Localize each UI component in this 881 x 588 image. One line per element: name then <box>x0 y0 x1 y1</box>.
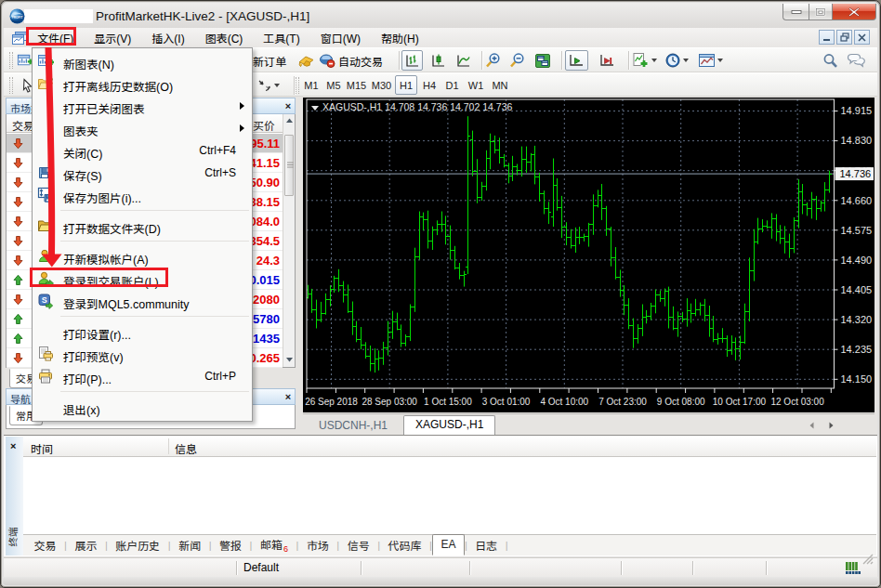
file-menu-item-close-chart[interactable]: 关闭(C)Ctrl+F4 <box>33 139 251 162</box>
bid-price: 5780 <box>253 312 280 326</box>
tile-windows-button[interactable] <box>532 50 554 71</box>
file-menu-item-print[interactable]: 打印(P)...Ctrl+P <box>33 365 251 387</box>
menubar-item-7[interactable]: 帮助(H) <box>371 26 429 49</box>
file-menu-item-open-offline-history[interactable]: 打开离线历史数据(O) <box>33 72 251 95</box>
timeframe-MN[interactable]: MN <box>489 75 511 95</box>
arrows-tool-button[interactable] <box>254 75 285 96</box>
terminal-column-time[interactable]: 时间 <box>31 440 53 456</box>
timeframe-H1[interactable]: H1 <box>395 75 417 95</box>
column-bid[interactable]: 买价 <box>253 117 275 133</box>
terminal-tab-10[interactable]: EA <box>432 534 465 555</box>
file-menu-item-save-as-picture[interactable]: 保存为图片(i)... <box>33 184 251 206</box>
submenu-arrow-icon <box>240 124 244 132</box>
chart-tab-bar: USDCNH-,H1 XAGUSD-,H1 <box>303 413 874 434</box>
tab-scroll-right-icon[interactable] <box>828 422 835 429</box>
timeframe-M30[interactable]: M30 <box>370 75 393 95</box>
menubar-item-2[interactable]: 显示(V) <box>84 26 141 49</box>
file-menu-item-save[interactable]: 保存(S)Ctrl+S <box>33 162 251 184</box>
market-watch-scrollbar[interactable] <box>283 114 295 367</box>
terminal-tab-2[interactable]: 展示 <box>67 534 105 556</box>
menubar-item-3[interactable]: 插入(I) <box>141 26 194 49</box>
chart-window: 14.91514.83014.74514.66014.57514.49014.4… <box>303 98 874 412</box>
file-menu-item-new-chart[interactable]: 新图表(N) <box>33 50 251 72</box>
terminal-tab-5[interactable]: 警报 <box>212 534 250 556</box>
chat-button[interactable] <box>843 50 869 71</box>
menu-separator <box>60 316 249 317</box>
bar-chart-button[interactable] <box>401 50 423 71</box>
navigator-close-icon[interactable]: × <box>283 392 294 403</box>
market-watch-close-icon[interactable]: × <box>283 101 294 112</box>
candlestick-chart-button[interactable] <box>427 50 449 71</box>
terminal-tab-6[interactable]: 邮箱6 <box>252 533 296 557</box>
timeframe-M1[interactable]: M1 <box>300 75 322 95</box>
menu-separator <box>60 241 249 242</box>
mdi-close-button[interactable] <box>854 30 870 45</box>
resize-grip[interactable] <box>861 552 874 565</box>
svg-text:14.320: 14.320 <box>841 314 873 325</box>
scroll-down-icon[interactable] <box>285 356 294 363</box>
mdi-minimize-button[interactable] <box>819 30 835 45</box>
dropdown-arrow-icon[interactable] <box>683 59 689 62</box>
menubar-item-5[interactable]: 工具(T) <box>253 26 309 49</box>
periods-button[interactable] <box>662 50 694 71</box>
file-menu-item-exit[interactable]: 退出(x) <box>33 396 251 418</box>
dropdown-arrow-icon[interactable] <box>717 59 723 62</box>
chart-tab-xagusd[interactable]: XAGUSD-,H1 <box>403 415 495 435</box>
terminal-tab-8[interactable]: 信号 <box>339 534 377 556</box>
minimize-button[interactable] <box>782 4 809 20</box>
terminal-close-icon[interactable]: × <box>10 440 16 451</box>
menu-items: 文件(F)显示(V)插入(I)图表(C)工具(T)窗口(W)帮助(H) <box>27 26 429 49</box>
terminal-tab-9[interactable]: 代码库 <box>380 534 429 556</box>
search-button[interactable] <box>820 50 841 71</box>
auto-scroll-button[interactable] <box>565 50 588 71</box>
file-menu-item-open-data-folder[interactable]: 打开数据文件夹(D) <box>33 215 251 237</box>
terminal-tab-11[interactable]: 日志 <box>467 534 506 556</box>
indicators-button[interactable] <box>629 50 663 71</box>
timeframe-M15[interactable]: M15 <box>345 75 368 95</box>
timeframe-D1[interactable]: D1 <box>441 75 463 95</box>
file-menu-item-open-deleted[interactable]: 打开已关闭图表 <box>33 95 251 117</box>
logo-text: PROFIT <box>12 16 23 20</box>
maximize-button[interactable] <box>809 4 833 20</box>
scroll-up-icon[interactable] <box>285 117 294 124</box>
tab-scroll-left-icon[interactable] <box>809 422 815 429</box>
autotrading-button[interactable]: 自动交易 <box>316 50 386 71</box>
line-chart-button[interactable] <box>453 50 474 71</box>
svg-text:14.660: 14.660 <box>841 195 873 206</box>
terminal-tab-3[interactable]: 账户历史 <box>108 534 168 556</box>
scrollbar-thumb[interactable] <box>284 135 294 196</box>
file-menu-item-login-mql5[interactable]: S登录到MQL5.community <box>33 290 251 312</box>
terminal-tab-7[interactable]: 市场 <box>298 534 336 556</box>
terminal-tab-1[interactable]: 交易 <box>26 534 64 556</box>
zoom-in-button[interactable] <box>482 50 505 71</box>
terminal-column-message[interactable]: 信息 <box>175 440 197 456</box>
timeframe-H4[interactable]: H4 <box>419 75 440 95</box>
candlestick-chart[interactable]: 14.91514.83014.74514.66014.57514.49014.4… <box>303 98 874 412</box>
zoom-out-button[interactable] <box>506 50 529 71</box>
status-profile[interactable]: Default <box>243 561 279 574</box>
file-menu-item-open-demo-account[interactable]: 开新模拟帐户(A) <box>33 245 251 268</box>
dropdown-arrow-icon[interactable] <box>651 59 657 62</box>
file-menu-item-print-setup[interactable]: 打印设置(r)... <box>33 320 251 343</box>
chart-shift-button[interactable] <box>596 50 619 71</box>
menubar-item-6[interactable]: 窗口(W) <box>310 26 371 49</box>
dropdown-arrow-icon[interactable] <box>274 84 280 87</box>
tab-separator: | <box>506 540 508 551</box>
mdi-restore-button[interactable] <box>836 30 852 45</box>
open-demo-account-icon <box>37 248 54 265</box>
templates-button[interactable] <box>695 50 729 71</box>
column-divider <box>168 438 169 454</box>
statusbar-divider <box>236 561 237 575</box>
open-data-folder-icon <box>37 217 54 234</box>
mql5-services-button[interactable] <box>295 50 318 71</box>
timeframe-W1[interactable]: W1 <box>465 75 487 95</box>
menubar-item-4[interactable]: 图表(C) <box>195 26 254 49</box>
file-menu-item-profiles[interactable]: 图表夹 <box>33 117 251 139</box>
chart-tab-usdcnh[interactable]: USDCNH-,H1 <box>308 417 399 435</box>
file-menu-item-print-preview[interactable]: 打印预览(v) <box>33 343 251 365</box>
down-tick-icon <box>12 352 24 364</box>
terminal-tab-4[interactable]: 新闻 <box>171 534 209 556</box>
timeframe-M5[interactable]: M5 <box>324 75 343 95</box>
close-button[interactable] <box>833 4 876 20</box>
chart-window-icon[interactable] <box>12 32 27 45</box>
